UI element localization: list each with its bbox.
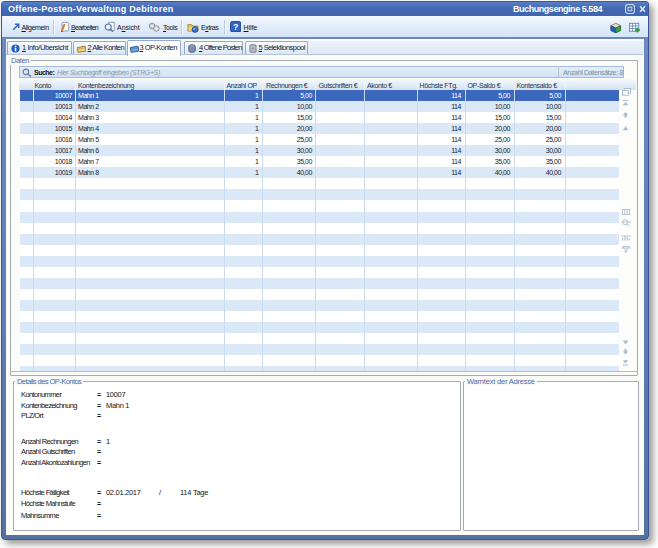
svg-text:?: ? [233,21,238,31]
